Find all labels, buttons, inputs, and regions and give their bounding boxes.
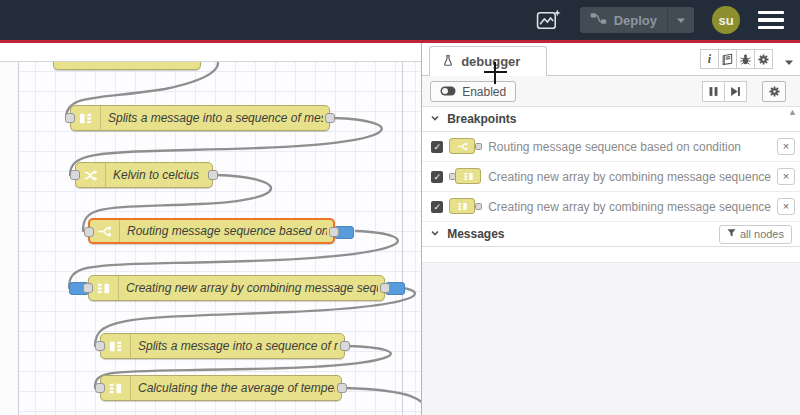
funnel-icon	[727, 228, 736, 240]
sidebar-filler	[422, 263, 800, 415]
deploy-button[interactable]: Deploy	[580, 7, 694, 33]
list-scroll-up-icon[interactable]: ▲	[788, 107, 797, 117]
pause-button[interactable]	[702, 81, 725, 102]
step-button[interactable]	[724, 81, 747, 102]
join-node-icon	[101, 376, 131, 400]
node-red-app: Deploy su + Splits a message into a sequ…	[0, 0, 800, 415]
switch-node-icon	[90, 220, 120, 242]
flow-canvas: + Splits a message into a sequence of me…	[0, 43, 421, 415]
breakpoint-label: Creating new array by combining message …	[488, 170, 771, 184]
breakpoint-label: Routing message sequence based on condit…	[488, 140, 771, 154]
toggle-icon	[440, 85, 456, 99]
input-port[interactable]	[84, 227, 94, 237]
split-node-icon	[71, 106, 101, 130]
main-menu-button[interactable]	[758, 11, 784, 30]
join-mini-node-icon	[449, 168, 482, 185]
node-label: Splits a message into a sequence of mess…	[108, 106, 323, 130]
export-image-icon[interactable]	[536, 8, 562, 32]
breakpoint-row: ✓Creating new array by combining message…	[422, 162, 800, 192]
remove-breakpoint-button[interactable]: ×	[777, 138, 795, 155]
help-book-button[interactable]	[718, 49, 737, 69]
sidebar-tabbar: debugger i	[422, 43, 800, 76]
breakpoints-section-header[interactable]: Breakpoints	[422, 107, 800, 132]
output-port[interactable]	[208, 170, 218, 180]
debug-sidebar: debugger i Enabled	[421, 43, 800, 415]
debugger-settings-button[interactable]	[762, 81, 786, 102]
deploy-options-button[interactable]	[667, 7, 694, 33]
switch-mini-node-icon	[449, 138, 482, 155]
flow-node[interactable]: Splits a message into a sequence of mess…	[70, 105, 330, 131]
breakpoint-checkbox[interactable]: ✓	[431, 171, 443, 183]
input-port[interactable]	[70, 170, 80, 180]
split-node-icon	[101, 334, 131, 358]
app-header: Deploy su	[0, 0, 800, 40]
node-label: Routing message sequence based on condit…	[127, 220, 327, 242]
breakpoint-row: ✓Routing message sequence based on condi…	[422, 132, 800, 162]
flow-node[interactable]: Routing message sequence based on condit…	[88, 218, 335, 244]
flow-node[interactable]: Calculating the the average of temperatu…	[100, 375, 342, 401]
output-port[interactable]	[325, 113, 335, 123]
input-port[interactable]	[65, 113, 75, 123]
info-tab-button[interactable]: i	[700, 49, 719, 69]
node-label: Splits a message into a sequence of mess…	[138, 334, 338, 358]
output-port[interactable]	[337, 383, 347, 393]
node-label: Calculating the the average of temperatu…	[138, 376, 335, 400]
change-node-icon	[76, 163, 106, 187]
output-port[interactable]	[329, 227, 339, 237]
chevron-down-icon	[430, 112, 440, 126]
debug-bug-button[interactable]	[736, 49, 755, 69]
flow-node[interactable]: Kelvin to celcius	[75, 162, 213, 188]
input-port[interactable]	[95, 383, 105, 393]
input-port[interactable]	[83, 283, 93, 293]
output-port[interactable]	[380, 283, 390, 293]
messages-section-header[interactable]: Messages all nodes	[422, 222, 800, 247]
breakpoint-checkbox[interactable]: ✓	[431, 141, 443, 153]
deploy-label: Deploy	[614, 13, 657, 28]
user-avatar[interactable]: su	[712, 6, 740, 34]
join-node-icon	[89, 276, 119, 300]
flask-icon	[442, 54, 454, 70]
chevron-down-icon	[430, 227, 440, 241]
debugger-enabled-toggle[interactable]: Enabled	[430, 81, 516, 102]
breakpoint-checkbox[interactable]: ✓	[431, 201, 443, 213]
flow-node[interactable]: Splits a message into a sequence of mess…	[100, 333, 345, 359]
flow-node[interactable]	[53, 62, 201, 70]
node-label: Kelvin to celcius	[113, 163, 206, 187]
remove-breakpoint-button[interactable]: ×	[777, 198, 795, 215]
breakpoint-label: Creating new array by combining message …	[488, 200, 771, 214]
message-filter-button[interactable]: all nodes	[719, 225, 792, 244]
deploy-node-icon	[590, 12, 607, 28]
remove-breakpoint-button[interactable]: ×	[777, 168, 795, 185]
wire[interactable]	[345, 388, 433, 415]
input-port[interactable]	[95, 341, 105, 351]
config-gear-button[interactable]	[754, 49, 773, 69]
messages-empty-list	[422, 247, 800, 263]
join-mini-node-icon	[449, 198, 482, 215]
node-label: Creating new array by combining message …	[126, 276, 378, 300]
output-port[interactable]	[340, 341, 350, 351]
debugger-toolbar: Enabled	[422, 76, 800, 107]
breakpoint-row: ✓Creating new array by combining message…	[422, 192, 800, 222]
flow-node[interactable]: Creating new array by combining message …	[88, 275, 385, 301]
sidebar-tab-list-button[interactable]	[784, 52, 794, 70]
